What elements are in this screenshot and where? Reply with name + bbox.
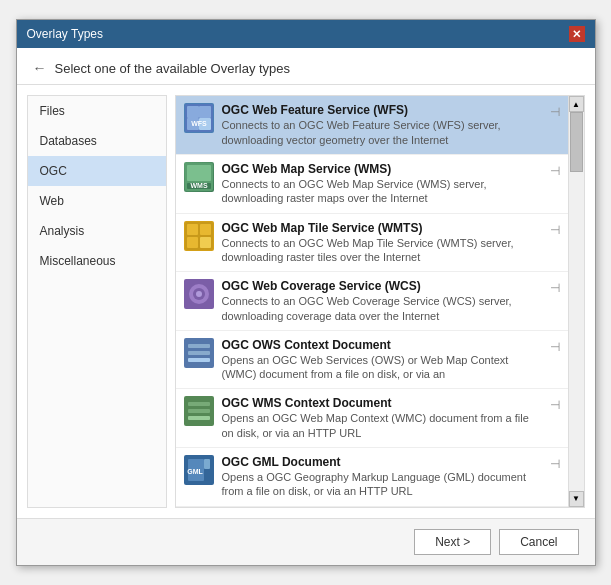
sidebar-item-ogc[interactable]: OGC xyxy=(28,156,166,186)
next-button[interactable]: Next > xyxy=(414,529,491,555)
wms-pin-icon: ⊣ xyxy=(550,164,560,178)
wms-icon-svg: WMS xyxy=(185,163,213,191)
ows-icon-svg xyxy=(185,339,213,367)
wms-text: OGC Web Map Service (WMS) Connects to an… xyxy=(222,162,542,206)
content-area: WFS OGC Web Feature Service (WFS) Connec… xyxy=(175,95,585,507)
scroll-track[interactable] xyxy=(569,112,584,490)
sidebar-item-analysis[interactable]: Analysis xyxy=(28,216,166,246)
svg-rect-21 xyxy=(188,351,210,355)
ows-desc: Opens an OGC Web Services (OWS) or Web M… xyxy=(222,353,542,382)
ows-text: OGC OWS Context Document Opens an OGC We… xyxy=(222,338,542,382)
wcs-text: OGC Web Coverage Service (WCS) Connects … xyxy=(222,279,542,323)
overlay-item-wfs[interactable]: WFS OGC Web Feature Service (WFS) Connec… xyxy=(176,96,568,155)
svg-rect-11 xyxy=(187,224,198,235)
overlay-item-ows[interactable]: OGC OWS Context Document Opens an OGC We… xyxy=(176,331,568,390)
wfs-icon-svg: WFS xyxy=(185,104,213,132)
wmts-icon-svg xyxy=(185,222,213,250)
cancel-button[interactable]: Cancel xyxy=(499,529,578,555)
wmts-icon xyxy=(184,221,214,251)
dialog-header: ← Select one of the available Overlay ty… xyxy=(17,48,595,85)
svg-rect-14 xyxy=(200,237,211,248)
svg-rect-29 xyxy=(204,459,210,469)
wcs-icon-svg xyxy=(185,280,213,308)
ows-title: OGC OWS Context Document xyxy=(222,338,542,352)
dialog-title: Overlay Types xyxy=(27,27,103,41)
wcs-desc: Connects to an OGC Web Coverage Service … xyxy=(222,294,542,323)
svg-rect-7 xyxy=(187,165,211,181)
wfs-icon: WFS xyxy=(184,103,214,133)
ows-icon xyxy=(184,338,214,368)
gml-icon-svg: GML xyxy=(185,456,213,484)
content-inner: WFS OGC Web Feature Service (WFS) Connec… xyxy=(176,96,584,506)
svg-rect-1 xyxy=(187,106,199,118)
svg-text:WMS: WMS xyxy=(190,182,207,189)
gml-desc: Opens a OGC Geography Markup Language (G… xyxy=(222,470,542,499)
wfs-title: OGC Web Feature Service (WFS) xyxy=(222,103,542,117)
svg-rect-26 xyxy=(188,416,210,420)
back-arrow-icon[interactable]: ← xyxy=(33,60,47,76)
wmc-text: OGC WMS Context Document Opens an OGC We… xyxy=(222,396,542,440)
gml-pin-icon: ⊣ xyxy=(550,457,560,471)
gml-text: OGC GML Document Opens a OGC Geography M… xyxy=(222,455,542,499)
wmc-desc: Opens an OGC Web Map Context (WMC) docum… xyxy=(222,411,542,440)
overlay-item-wms[interactable]: WMS OGC Web Map Service (WMS) Connects t… xyxy=(176,155,568,214)
scroll-thumb[interactable] xyxy=(570,112,583,172)
wmc-title: OGC WMS Context Document xyxy=(222,396,542,410)
svg-rect-20 xyxy=(188,344,210,348)
wmts-text: OGC Web Map Tile Service (WMTS) Connects… xyxy=(222,221,542,265)
wcs-pin-icon: ⊣ xyxy=(550,281,560,295)
close-button[interactable]: ✕ xyxy=(569,26,585,42)
ows-pin-icon: ⊣ xyxy=(550,340,560,354)
wmc-icon xyxy=(184,396,214,426)
dialog-footer: Next > Cancel xyxy=(17,518,595,565)
wfs-text: OGC Web Feature Service (WFS) Connects t… xyxy=(222,103,542,147)
wms-desc: Connects to an OGC Web Map Service (WMS)… xyxy=(222,177,542,206)
svg-rect-12 xyxy=(200,224,211,235)
svg-point-18 xyxy=(196,291,202,297)
wms-icon: WMS xyxy=(184,162,214,192)
svg-text:GML: GML xyxy=(187,468,203,475)
sidebar-item-files[interactable]: Files xyxy=(28,96,166,126)
gml-title: OGC GML Document xyxy=(222,455,542,469)
wcs-title: OGC Web Coverage Service (WCS) xyxy=(222,279,542,293)
sidebar-item-miscellaneous[interactable]: Miscellaneous xyxy=(28,246,166,276)
overlay-item-gml[interactable]: GML OGC GML Document Opens a OGC Geograp… xyxy=(176,448,568,507)
wmts-title: OGC Web Map Tile Service (WMTS) xyxy=(222,221,542,235)
svg-text:WFS: WFS xyxy=(191,120,207,127)
gml-icon: GML xyxy=(184,455,214,485)
sidebar-item-databases[interactable]: Databases xyxy=(28,126,166,156)
overlay-item-wcs[interactable]: OGC Web Coverage Service (WCS) Connects … xyxy=(176,272,568,331)
scroll-up-button[interactable]: ▲ xyxy=(569,96,584,112)
wmts-pin-icon: ⊣ xyxy=(550,223,560,237)
dialog-subtitle: Select one of the available Overlay type… xyxy=(55,61,291,76)
overlay-item-wmc[interactable]: OGC WMS Context Document Opens an OGC We… xyxy=(176,389,568,448)
wmc-pin-icon: ⊣ xyxy=(550,398,560,412)
scrollbar[interactable]: ▲ ▼ xyxy=(568,96,584,506)
wmts-desc: Connects to an OGC Web Map Tile Service … xyxy=(222,236,542,265)
sidebar-item-web[interactable]: Web xyxy=(28,186,166,216)
overlay-item-wmts[interactable]: OGC Web Map Tile Service (WMTS) Connects… xyxy=(176,214,568,273)
items-list: WFS OGC Web Feature Service (WFS) Connec… xyxy=(176,96,568,506)
svg-rect-22 xyxy=(188,358,210,362)
title-bar: Overlay Types ✕ xyxy=(17,20,595,48)
wfs-pin-icon: ⊣ xyxy=(550,105,560,119)
dialog-body: Files Databases OGC Web Analysis Miscell… xyxy=(17,85,595,517)
svg-rect-13 xyxy=(187,237,198,248)
svg-rect-24 xyxy=(188,402,210,406)
sidebar: Files Databases OGC Web Analysis Miscell… xyxy=(27,95,167,507)
svg-rect-25 xyxy=(188,409,210,413)
dialog: Overlay Types ✕ ← Select one of the avai… xyxy=(16,19,596,565)
wcs-icon xyxy=(184,279,214,309)
wms-title: OGC Web Map Service (WMS) xyxy=(222,162,542,176)
svg-rect-2 xyxy=(199,106,211,118)
scroll-down-button[interactable]: ▼ xyxy=(569,491,584,507)
wmc-icon-svg xyxy=(185,397,213,425)
wfs-desc: Connects to an OGC Web Feature Service (… xyxy=(222,118,542,147)
